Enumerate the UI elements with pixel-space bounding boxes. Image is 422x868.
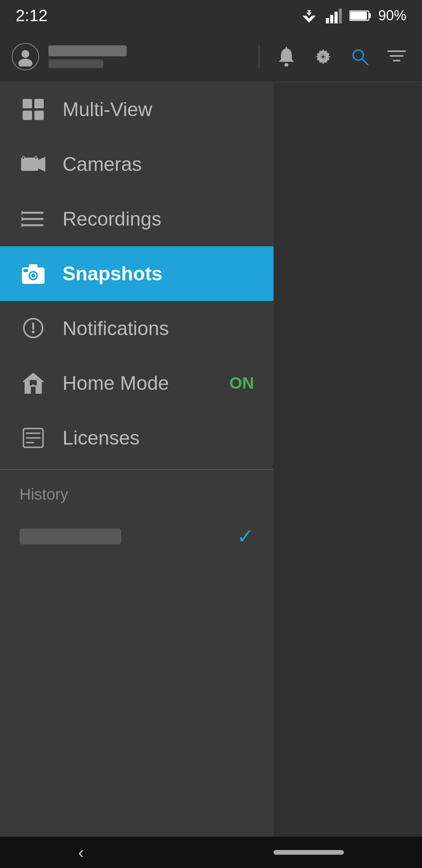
cameras-icon bbox=[20, 151, 47, 178]
user-name-block bbox=[48, 45, 245, 68]
sidebar: Multi-View Cameras bbox=[0, 82, 274, 837]
svg-rect-42 bbox=[23, 269, 28, 272]
history-item-bar bbox=[20, 529, 121, 544]
sidebar-item-label-cameras: Cameras bbox=[63, 153, 142, 176]
svg-rect-27 bbox=[21, 158, 38, 171]
svg-point-35 bbox=[21, 217, 23, 221]
sidebar-item-label-recordings: Recordings bbox=[63, 208, 161, 230]
status-time: 2:12 bbox=[16, 6, 48, 25]
svg-rect-25 bbox=[23, 111, 32, 120]
svg-rect-10 bbox=[350, 12, 367, 20]
avatar[interactable] bbox=[12, 43, 39, 70]
user-name-bar bbox=[48, 45, 127, 56]
history-title: History bbox=[20, 486, 254, 503]
header-divider bbox=[259, 45, 259, 68]
sidebar-item-label-notifications: Notifications bbox=[63, 317, 169, 340]
sidebar-item-multi-view[interactable]: Multi-View bbox=[0, 82, 274, 137]
svg-point-36 bbox=[21, 223, 23, 227]
sidebar-section-divider bbox=[0, 469, 274, 470]
svg-rect-5 bbox=[330, 15, 333, 23]
battery-percentage: 90% bbox=[378, 7, 406, 24]
svg-marker-28 bbox=[38, 157, 45, 172]
svg-line-19 bbox=[362, 59, 368, 65]
sidebar-item-label-snapshots: Snapshots bbox=[63, 262, 163, 285]
svg-rect-24 bbox=[34, 99, 44, 108]
filter-button[interactable] bbox=[383, 43, 410, 70]
history-item[interactable]: ✓ bbox=[20, 515, 254, 558]
main-layout: Multi-View Cameras bbox=[0, 82, 422, 837]
recordings-icon bbox=[20, 205, 47, 233]
notification-bell-button[interactable] bbox=[273, 43, 300, 70]
user-subtitle-bar bbox=[48, 59, 103, 68]
svg-point-13 bbox=[284, 63, 288, 66]
svg-rect-7 bbox=[339, 9, 342, 23]
header-bar bbox=[0, 31, 422, 82]
search-button[interactable] bbox=[346, 43, 374, 70]
status-icons: 90% bbox=[299, 7, 406, 24]
svg-rect-23 bbox=[23, 99, 32, 108]
bottom-nav-bar: ‹ bbox=[0, 837, 422, 868]
svg-rect-14 bbox=[286, 47, 287, 49]
sidebar-item-snapshots[interactable]: Snapshots bbox=[0, 246, 274, 301]
battery-icon bbox=[349, 9, 371, 22]
svg-point-11 bbox=[21, 50, 29, 58]
content-area bbox=[274, 82, 422, 837]
svg-point-34 bbox=[21, 211, 23, 215]
status-bar: 2:12 90% bbox=[0, 0, 422, 31]
signal-icon bbox=[326, 8, 342, 23]
licenses-icon bbox=[20, 424, 47, 452]
svg-rect-26 bbox=[34, 111, 44, 120]
svg-point-12 bbox=[18, 59, 32, 66]
svg-point-45 bbox=[32, 331, 35, 334]
sidebar-item-label-licenses: Licenses bbox=[63, 427, 139, 449]
sidebar-item-home-mode[interactable]: Home Mode ON bbox=[0, 356, 274, 411]
notifications-icon bbox=[20, 315, 47, 342]
wifi-icon bbox=[299, 8, 319, 23]
svg-rect-4 bbox=[326, 18, 329, 23]
back-button[interactable]: ‹ bbox=[78, 843, 84, 862]
sidebar-item-notifications[interactable]: Notifications bbox=[0, 301, 274, 356]
sidebar-item-label-multi-view: Multi-View bbox=[63, 98, 152, 121]
sidebar-item-label-home-mode: Home Mode bbox=[63, 372, 169, 395]
history-section: History ✓ bbox=[0, 474, 274, 566]
svg-marker-3 bbox=[307, 10, 311, 13]
home-pill[interactable] bbox=[274, 850, 344, 855]
home-mode-icon bbox=[20, 369, 47, 397]
svg-point-40 bbox=[31, 274, 35, 278]
svg-rect-6 bbox=[334, 12, 338, 23]
settings-gear-button[interactable] bbox=[309, 43, 337, 70]
svg-rect-41 bbox=[29, 264, 38, 268]
sidebar-item-cameras[interactable]: Cameras bbox=[0, 137, 274, 192]
svg-rect-30 bbox=[35, 156, 37, 159]
multi-view-icon bbox=[20, 96, 47, 123]
home-mode-status-badge: ON bbox=[229, 374, 254, 393]
history-checkmark: ✓ bbox=[237, 525, 254, 548]
sidebar-item-licenses[interactable]: Licenses bbox=[0, 411, 274, 465]
svg-rect-9 bbox=[369, 13, 371, 18]
snapshots-icon bbox=[20, 260, 47, 287]
svg-rect-29 bbox=[23, 156, 24, 159]
sidebar-item-recordings[interactable]: Recordings bbox=[0, 192, 274, 246]
